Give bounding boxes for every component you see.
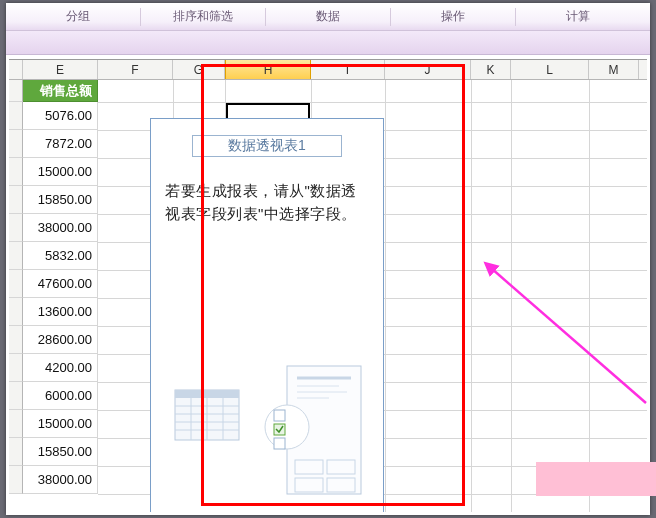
cell-value[interactable]: 5832.00 — [23, 242, 98, 270]
col-header-I[interactable]: I — [311, 60, 385, 79]
ribbon-group-operate[interactable]: 操作 — [391, 3, 515, 30]
cell-value[interactable]: 38000.00 — [23, 466, 98, 494]
svg-rect-14 — [265, 405, 309, 449]
row-header[interactable] — [9, 382, 23, 410]
row-header[interactable] — [9, 466, 23, 494]
cell-value[interactable]: 6000.00 — [23, 382, 98, 410]
cell-value[interactable]: 13600.00 — [23, 298, 98, 326]
row-header[interactable] — [9, 354, 23, 382]
ribbon-group-grouping[interactable]: 分组 — [16, 3, 140, 30]
pivottable-placeholder[interactable]: 数据透视表1 若要生成报表，请从"数据透视表字段列表"中选择字段。 — [150, 118, 384, 512]
cell-value[interactable]: 15850.00 — [23, 438, 98, 466]
row-header[interactable] — [9, 410, 23, 438]
cell-value[interactable]: 7872.00 — [23, 130, 98, 158]
col-header-M[interactable]: M — [589, 60, 639, 79]
ribbon-bar: 分组 排序和筛选 数据 操作 计算 — [6, 3, 650, 31]
row-header[interactable] — [9, 298, 23, 326]
col-header-L[interactable]: L — [511, 60, 589, 79]
ribbon-group-calc[interactable]: 计算 — [516, 3, 640, 30]
row-header[interactable] — [9, 80, 23, 102]
col-header-K[interactable]: K — [471, 60, 511, 79]
ribbon-lower — [6, 31, 650, 55]
cell-value[interactable]: 15000.00 — [23, 158, 98, 186]
row-header[interactable] — [9, 270, 23, 298]
row-header[interactable] — [9, 242, 23, 270]
svg-rect-15 — [274, 410, 285, 421]
ribbon-group-data[interactable]: 数据 — [266, 3, 390, 30]
row-header[interactable] — [9, 186, 23, 214]
cell-value[interactable]: 5076.00 — [23, 102, 98, 130]
row-header[interactable] — [9, 130, 23, 158]
row-header[interactable] — [9, 214, 23, 242]
pivottable-title: 数据透视表1 — [192, 135, 342, 157]
svg-rect-17 — [274, 438, 285, 449]
cell-value[interactable]: 15850.00 — [23, 186, 98, 214]
row-header[interactable] — [9, 438, 23, 466]
col-header-E[interactable]: E — [23, 60, 98, 79]
col-header-F[interactable]: F — [98, 60, 173, 79]
cell-value[interactable]: 47600.00 — [23, 270, 98, 298]
app-window: 分组 排序和筛选 数据 操作 计算 E F G H I J K L M 销售总额 — [6, 3, 650, 515]
pivottable-illustration-icon — [169, 360, 367, 500]
cell-value[interactable]: 15000.00 — [23, 410, 98, 438]
grid-body[interactable]: 销售总额 5076.00 7872.00 15000.00 15850.00 3… — [9, 80, 647, 512]
cell-value[interactable]: 38000.00 — [23, 214, 98, 242]
decorative-pink-block — [536, 462, 656, 496]
pivottable-hint: 若要生成报表，请从"数据透视表字段列表"中选择字段。 — [165, 179, 369, 226]
col-header-J[interactable]: J — [385, 60, 471, 79]
col-header-H[interactable]: H — [225, 60, 311, 79]
row-header[interactable] — [9, 102, 23, 130]
row-header[interactable] — [9, 326, 23, 354]
col-header-G[interactable]: G — [173, 60, 225, 79]
column-headers: E F G H I J K L M — [9, 60, 647, 80]
ribbon-group-sortfilter[interactable]: 排序和筛选 — [141, 3, 265, 30]
row-header[interactable] — [9, 158, 23, 186]
spreadsheet[interactable]: E F G H I J K L M 销售总额 5076.00 7872.00 1… — [9, 59, 647, 512]
cell-value[interactable]: 28600.00 — [23, 326, 98, 354]
sales-total-header[interactable]: 销售总额 — [23, 80, 98, 102]
cell-value[interactable]: 4200.00 — [23, 354, 98, 382]
selectall-corner[interactable] — [9, 60, 23, 79]
